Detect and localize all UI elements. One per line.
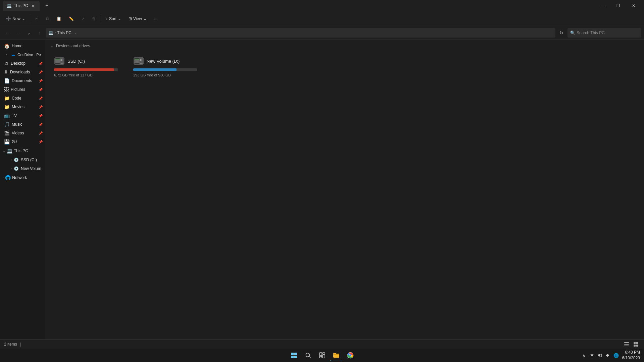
svg-rect-23 [634, 342, 636, 344]
sidebar-item-onedrive[interactable]: › ☁ OneDrive - Personal [1, 50, 44, 59]
sort-button[interactable]: ↕ Sort ⌄ [102, 13, 125, 24]
svg-rect-33 [319, 353, 322, 356]
delete-button[interactable]: 🗑 [89, 13, 99, 24]
explorer-taskbar-button[interactable] [330, 349, 342, 361]
taskview-button[interactable] [316, 349, 328, 361]
sidebar-label-pictures: Pictures [11, 87, 41, 92]
status-separator: | [20, 342, 21, 347]
sidebar: 🏠 Home › ☁ OneDrive - Personal 🖥 Desktop… [0, 40, 45, 353]
share-button[interactable]: ↗ [78, 13, 88, 24]
svg-rect-21 [624, 344, 629, 345]
this-pc-expand-icon: ⌄ [3, 149, 5, 153]
new-vol-icon: 💿 [14, 166, 19, 171]
sidebar-item-code[interactable]: 📁 Code 📌 [1, 94, 44, 103]
sidebar-label-videos: Videos [12, 131, 41, 135]
chrome-taskbar-button[interactable] [344, 349, 356, 361]
svg-rect-30 [294, 356, 297, 358]
svg-rect-9 [61, 63, 63, 64]
drives-grid: SSD (C:) 6.72 GB free of 117 GB [51, 52, 639, 80]
search-taskbar-button[interactable] [302, 349, 314, 361]
g-drive-icon: 💾 [4, 139, 10, 144]
rename-button[interactable]: ✏️ [65, 13, 77, 24]
active-tab[interactable]: 💻 This PC ✕ [3, 1, 40, 11]
details-view-button[interactable] [623, 340, 631, 348]
drive-item-new-vol-d[interactable]: New Volume (D:) 293 GB free of 930 GB [130, 52, 204, 80]
sidebar-item-documents[interactable]: 📄 Documents 📌 [1, 76, 44, 85]
new-icon: ➕ [6, 16, 11, 21]
sort-icon: ↕ [106, 16, 108, 21]
volume-icon[interactable] [597, 352, 603, 359]
sidebar-item-downloads[interactable]: ⬇ Downloads 📌 [1, 68, 44, 76]
taskbar-time[interactable]: 6:48 PM 6/10/2023 [622, 350, 640, 361]
tab-close-btn[interactable]: ✕ [30, 3, 36, 8]
svg-rect-13 [135, 60, 139, 61]
view-chevron: ⌄ [143, 16, 147, 21]
cut-button[interactable]: ✂ [32, 13, 42, 24]
sidebar-label-documents: Documents [12, 78, 41, 83]
sidebar-label-home: Home [12, 44, 41, 48]
sidebar-item-videos[interactable]: 🎬 Videos 📌 [1, 129, 44, 137]
tab-label: This PC [14, 3, 28, 8]
new-button[interactable]: ➕ New ⌄ [3, 13, 29, 24]
restore-button[interactable]: ❐ [610, 0, 626, 11]
tray-up-arrow[interactable]: ∧ [581, 352, 587, 359]
refresh-button[interactable]: ↻ [557, 28, 566, 38]
close-button[interactable]: ✕ [626, 0, 641, 11]
minimize-button[interactable]: ─ [595, 0, 610, 11]
up-button[interactable]: ↑ [35, 28, 44, 38]
svg-rect-25 [634, 345, 636, 347]
svg-rect-34 [323, 355, 325, 358]
svg-rect-44 [608, 355, 609, 356]
svg-rect-15 [135, 62, 139, 63]
drive-item-ssd-c[interactable]: SSD (C:) 6.72 GB free of 117 GB [51, 52, 125, 80]
start-button[interactable] [288, 349, 300, 361]
svg-rect-14 [135, 61, 139, 62]
history-button[interactable]: ⌄ [24, 28, 34, 38]
drive-name-ssd-c: SSD (C:) [67, 59, 85, 64]
sidebar-this-pc-header[interactable]: ⌄ 💻 This PC [0, 146, 45, 156]
new-vol-expand-icon: › [11, 167, 12, 170]
svg-point-7 [61, 60, 62, 61]
view-button[interactable]: ⊞ View ⌄ [125, 13, 150, 24]
copy-button[interactable]: ⧉ [42, 13, 52, 24]
wifi-icon[interactable] [589, 352, 595, 359]
svg-rect-3 [55, 60, 60, 61]
paste-button[interactable]: 📋 [53, 13, 65, 24]
sidebar-label-onedrive: OneDrive - Personal [17, 53, 41, 57]
sidebar-item-music[interactable]: 🎵 Music 📌 [1, 120, 44, 129]
drive-progress-fill-new-vol-d [133, 68, 177, 71]
sidebar-item-g-drive[interactable]: 💾 G:\ 📌 [1, 137, 44, 146]
desktop-icon: 🖥 [4, 61, 9, 66]
forward-button[interactable]: → [13, 28, 23, 38]
sidebar-item-ssd-c[interactable]: › 💿 SSD (C:) [1, 156, 44, 164]
devices-drives-header[interactable]: ⌄ Devices and drives [51, 44, 639, 48]
back-button[interactable]: ← [3, 28, 12, 38]
svg-rect-28 [294, 353, 297, 355]
sidebar-item-movies[interactable]: 📁 Movies 📌 [1, 103, 44, 111]
sidebar-item-tv[interactable]: 📺 TV 📌 [1, 111, 44, 120]
search-bar[interactable]: 🔍 Search This PC [567, 28, 641, 38]
sidebar-network-header[interactable]: › 🌐 Network [0, 173, 45, 182]
sidebar-item-desktop[interactable]: 🖥 Desktop 📌 [1, 59, 44, 68]
sidebar-item-pictures[interactable]: 🖼 Pictures 📌 [1, 85, 44, 94]
svg-rect-2 [55, 59, 60, 60]
svg-rect-8 [61, 62, 63, 62]
svg-line-32 [309, 356, 310, 358]
large-icons-view-button[interactable] [632, 340, 640, 348]
time-display: 6:48 PM [622, 350, 640, 355]
date-display: 6/10/2023 [622, 355, 640, 361]
address-path[interactable]: 💻 › This PC ⌄ [46, 28, 555, 38]
network-tray-icon[interactable]: 🌐 [613, 352, 620, 359]
more-icon: ··· [154, 16, 157, 21]
more-options-button[interactable]: ··· [151, 13, 161, 24]
drive-icon-new-vol-d [133, 56, 144, 66]
sidebar-item-home[interactable]: 🏠 Home [1, 42, 44, 50]
sidebar-item-new-volume-d[interactable]: › 💿 New Volume (D:) [1, 164, 44, 173]
tab-icon: 💻 [7, 3, 12, 8]
drive-progress-new-vol-d [133, 68, 197, 71]
movies-icon: 📁 [4, 104, 10, 110]
system-tray: ∧ [581, 352, 620, 359]
svg-point-17 [140, 60, 141, 61]
speaker-icon[interactable] [605, 352, 611, 359]
new-tab-button[interactable]: + [42, 1, 52, 10]
